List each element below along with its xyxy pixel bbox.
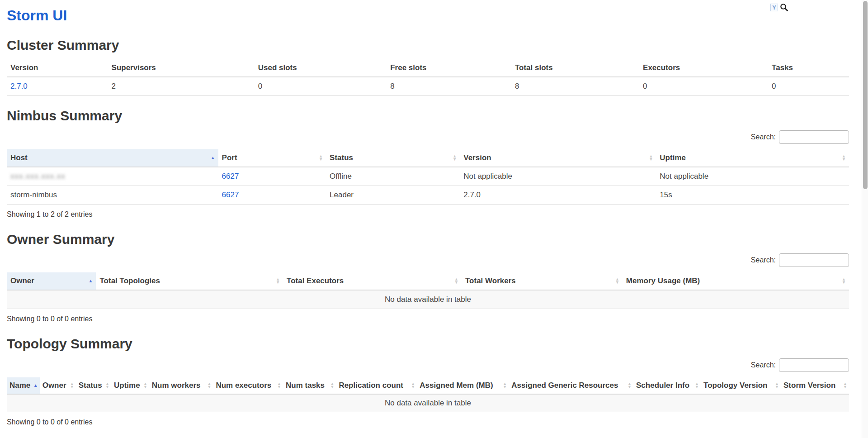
topbar-icons: Y [770,3,788,12]
col-assigned-generic-resources[interactable]: Assigned Generic Resources ▲▼ [509,377,633,394]
col-topo-owner[interactable]: Owner ▲▼ [40,377,76,394]
status-value: Offline [326,167,460,186]
owner-table-info: Showing 0 to 0 of 0 entries [7,309,849,324]
supervisors-value: 2 [108,77,255,96]
topology-search-label: Search: [751,361,776,369]
col-status[interactable]: Status ▲▼ [326,149,460,167]
col-free-slots: Free slots [387,59,511,77]
col-name[interactable]: Name ▲ [7,377,40,394]
sort-icon: ▲▼ [775,382,779,389]
empty-table-message: No data available in table [7,290,849,309]
nimbus-search-input[interactable] [779,130,849,144]
col-owner[interactable]: Owner ▲ [7,272,96,290]
topology-search-bar: Search: [7,358,849,372]
empty-table-message: No data available in table [7,394,849,412]
status-value: Leader [326,186,460,204]
uptime-value: Not applicable [656,167,849,186]
owner-search-input[interactable] [779,253,849,267]
col-memory-usage[interactable]: Memory Usage (MB) ▲▼ [623,272,849,290]
sort-asc-icon: ▲ [211,156,215,160]
executors-value: 0 [639,77,768,96]
sort-icon: ▲▼ [411,382,415,389]
sort-icon: ▲▼ [207,382,211,389]
sort-icon: ▲▼ [454,278,458,284]
sort-icon: ▲▼ [276,278,280,284]
sort-icon: ▲▼ [277,382,281,389]
cluster-summary-heading: Cluster Summary [7,38,849,53]
sort-icon: ▲▼ [453,155,457,161]
sort-icon: ▲▼ [615,278,619,284]
col-tasks: Tasks [768,59,849,77]
nimbus-table-info: Showing 1 to 2 of 2 entries [7,205,849,219]
cluster-data-row: 2.7.0 2 0 8 8 0 0 [7,77,849,96]
nimbus-row: xxx.xxx.xxx.xx 6627 Offline Not applicab… [7,167,849,186]
col-assigned-mem[interactable]: Assigned Mem (MB) ▲▼ [417,377,509,394]
col-supervisors: Supervisors [108,59,255,77]
nimbus-row: storm-nimbus 6627 Leader 2.7.0 15s [7,186,849,204]
col-topology-version[interactable]: Topology Version ▲▼ [701,377,781,394]
col-total-workers[interactable]: Total Workers ▲▼ [462,272,623,290]
col-host[interactable]: Host ▲ [7,149,218,167]
sort-icon: ▲▼ [330,382,334,389]
scrollbar[interactable] [862,0,868,438]
topology-empty-row: No data available in table [7,394,849,412]
owner-empty-row: No data available in table [7,290,849,309]
sort-icon: ▲▼ [503,382,507,389]
sort-icon: ▲▼ [143,382,147,389]
col-total-topologies[interactable]: Total Topologies ▲▼ [96,272,283,290]
search-icon[interactable] [780,3,788,12]
owner-summary-heading: Owner Summary [7,232,849,248]
sort-icon: ▲▼ [695,382,699,389]
col-scheduler-info[interactable]: Scheduler Info ▲▼ [633,377,701,394]
col-nimbus-version[interactable]: Version ▲▼ [460,149,656,167]
y-badge-icon[interactable]: Y [770,4,778,11]
scrollbar-thumb[interactable] [863,1,868,189]
cluster-header-row: Version Supervisors Used slots Free slot… [7,59,849,77]
free-slots-value: 8 [387,77,511,96]
col-num-executors[interactable]: Num executors ▲▼ [213,377,283,394]
topology-summary-table: Name ▲ Owner ▲▼ Status ▲▼ Uptime ▲▼ Num … [7,377,849,412]
col-total-executors[interactable]: Total Executors ▲▼ [283,272,462,290]
sort-icon: ▲▼ [70,382,74,389]
sort-icon: ▲▼ [319,155,323,161]
owner-search-bar: Search: [7,253,849,267]
sort-icon: ▲▼ [649,155,653,161]
col-num-workers[interactable]: Num workers ▲▼ [149,377,213,394]
version-value: Not applicable [460,167,656,186]
cluster-summary-table: Version Supervisors Used slots Free slot… [7,59,849,96]
col-topo-status[interactable]: Status ▲▼ [76,377,111,394]
owner-summary-table: Owner ▲ Total Topologies ▲▼ Total Execut… [7,272,849,309]
topology-summary-heading: Topology Summary [7,336,849,352]
topology-header-row: Name ▲ Owner ▲▼ Status ▲▼ Uptime ▲▼ Num … [7,377,849,394]
sort-icon: ▲▼ [627,382,632,389]
col-replication-count[interactable]: Replication count ▲▼ [336,377,417,394]
port-link[interactable]: 6627 [222,190,239,199]
uptime-value: 15s [656,186,849,204]
total-slots-value: 8 [511,77,639,96]
col-total-slots: Total slots [511,59,639,77]
sort-icon: ▲▼ [842,278,846,284]
sort-icon: ▲▼ [842,155,846,161]
topology-table-info: Showing 0 to 0 of 0 entries [7,412,849,427]
page-title[interactable]: Storm UI [7,6,849,25]
col-topo-uptime[interactable]: Uptime ▲▼ [111,377,149,394]
nimbus-header-row: Host ▲ Port ▲▼ Status ▲▼ Version ▲▼ Upti… [7,149,849,167]
col-port[interactable]: Port ▲▼ [218,149,326,167]
col-num-tasks[interactable]: Num tasks ▲▼ [283,377,336,394]
sort-asc-icon: ▲ [33,383,38,388]
col-storm-version[interactable]: Storm Version ▲▼ [781,377,849,394]
redacted-host: xxx.xxx.xxx.xx [10,172,66,181]
nimbus-search-bar: Search: [7,130,849,144]
col-version: Version [7,59,108,77]
nimbus-search-label: Search: [751,133,776,141]
topology-search-input[interactable] [779,358,849,372]
sort-asc-icon: ▲ [89,279,93,283]
col-uptime[interactable]: Uptime ▲▼ [656,149,849,167]
sort-icon: ▲▼ [105,382,109,389]
used-slots-value: 0 [255,77,387,96]
port-link[interactable]: 6627 [222,172,239,181]
owner-search-label: Search: [751,256,776,264]
version-link[interactable]: 2.7.0 [10,82,28,90]
owner-header-row: Owner ▲ Total Topologies ▲▼ Total Execut… [7,272,849,290]
col-used-slots: Used slots [255,59,387,77]
